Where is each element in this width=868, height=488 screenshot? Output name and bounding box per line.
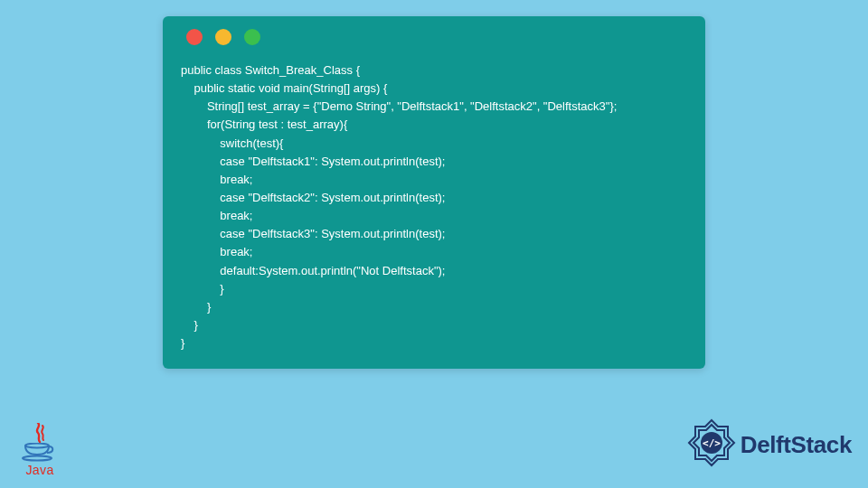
- java-logo: Java: [18, 423, 61, 477]
- code-line: case "Delftstack1": System.out.println(t…: [181, 155, 445, 168]
- code-window: public class Switch_Break_Class { public…: [163, 16, 705, 369]
- code-line: public static void main(String[] args) {: [181, 81, 387, 95]
- java-cup-icon: [18, 443, 61, 463]
- java-steam-icon: [18, 423, 61, 443]
- code-line: }: [181, 336, 184, 350]
- code-line: }: [181, 318, 198, 332]
- code-line: case "Delftstack3": System.out.println(t…: [181, 227, 445, 240]
- window-traffic-lights: [186, 29, 687, 45]
- code-line: default:System.out.println("Not Delftsta…: [181, 264, 445, 277]
- maximize-icon: [244, 29, 260, 45]
- code-line: case "Delftstack2": System.out.println(t…: [181, 191, 445, 204]
- delftstack-logo-text: DelftStack: [741, 431, 852, 459]
- minimize-icon: [215, 29, 231, 45]
- svg-text:</>: </>: [703, 437, 721, 449]
- svg-point-0: [25, 444, 49, 448]
- code-line: switch(test){: [181, 136, 283, 150]
- code-line: break;: [181, 173, 252, 186]
- code-line: }: [181, 300, 211, 314]
- code-line: break;: [181, 245, 252, 258]
- code-line: public class Switch_Break_Class {: [181, 63, 360, 77]
- code-line: String[] test_array = {"Demo String", "D…: [181, 99, 617, 113]
- delftstack-logo: </> DelftStack: [686, 418, 852, 472]
- svg-point-1: [23, 455, 52, 460]
- code-block: public class Switch_Break_Class { public…: [181, 61, 687, 352]
- code-line: break;: [181, 209, 252, 222]
- java-logo-text: Java: [18, 463, 61, 477]
- close-icon: [186, 29, 203, 45]
- code-line: for(String test : test_array){: [181, 117, 347, 131]
- delftstack-badge-icon: </>: [686, 418, 737, 472]
- code-line: }: [181, 282, 224, 296]
